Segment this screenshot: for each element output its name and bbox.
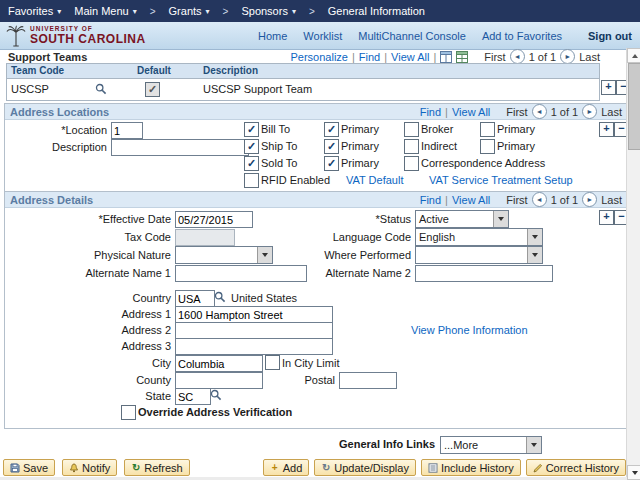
save-button[interactable]: Save xyxy=(3,459,55,476)
home-link[interactable]: Home xyxy=(258,30,287,42)
next-row-icon[interactable]: ► xyxy=(560,49,575,64)
add-button[interactable]: + Add xyxy=(263,459,310,476)
add-to-favorites-link[interactable]: Add to Favorites xyxy=(482,30,562,42)
ship-to-checkbox[interactable] xyxy=(244,139,259,154)
breadcrumb-general-information[interactable]: General Information xyxy=(328,5,425,17)
city-input[interactable] xyxy=(175,355,263,372)
general-info-links-value: ...More xyxy=(441,439,526,451)
description-input[interactable] xyxy=(111,139,249,156)
personalize-link[interactable]: Personalize xyxy=(290,51,347,63)
multichannel-console-link[interactable]: MultiChannel Console xyxy=(358,30,466,42)
county-input[interactable] xyxy=(175,372,263,389)
vat-default-link[interactable]: VAT Default xyxy=(346,174,403,186)
favorites-menu[interactable]: Favorites ▾ xyxy=(8,5,61,17)
next-row-icon[interactable]: ► xyxy=(582,192,597,207)
sold-primary-label: Primary xyxy=(341,157,379,169)
alternate-name1-input[interactable] xyxy=(175,265,307,282)
sign-out-link[interactable]: Sign out xyxy=(588,30,632,42)
address1-input[interactable] xyxy=(175,306,333,323)
view-all-link[interactable]: View All xyxy=(391,51,429,63)
state-input[interactable] xyxy=(175,388,211,405)
correspondence-address-checkbox[interactable] xyxy=(404,156,419,171)
broker-checkbox[interactable] xyxy=(404,122,419,137)
status-select[interactable]: Active xyxy=(415,210,509,228)
broker-primary-checkbox[interactable] xyxy=(480,122,495,137)
notify-button[interactable]: Notify xyxy=(62,459,117,476)
previous-row-icon[interactable]: ◄ xyxy=(532,192,547,207)
address3-input[interactable] xyxy=(175,338,333,355)
vat-service-treatment-setup-link[interactable]: VAT Service Treatment Setup xyxy=(429,174,573,186)
tax-code-label: Tax Code xyxy=(21,231,171,243)
description-label: Description xyxy=(21,141,107,153)
override-address-verification-checkbox[interactable] xyxy=(121,405,136,420)
breadcrumb-grants[interactable]: Grants ▾ xyxy=(169,5,210,17)
scroll-down-icon[interactable] xyxy=(627,465,640,480)
previous-row-icon[interactable]: ◄ xyxy=(510,49,525,64)
breadcrumb-sponsors[interactable]: Sponsors ▾ xyxy=(241,5,296,17)
indirect-checkbox[interactable] xyxy=(404,139,419,154)
alternate-name2-input[interactable] xyxy=(415,265,553,282)
top-navigation-bar: Favorites ▾ Main Menu ▾ > Grants ▾ > Spo… xyxy=(0,0,640,22)
view-all-link[interactable]: View All xyxy=(452,194,490,206)
status-value: Active xyxy=(416,213,493,225)
team-code-lookup-icon[interactable] xyxy=(95,83,107,95)
download-to-excel-icon[interactable] xyxy=(456,51,468,63)
country-lookup-icon[interactable] xyxy=(214,291,226,303)
include-history-button[interactable]: Include History xyxy=(421,459,521,476)
caret-down-icon: ▾ xyxy=(57,7,61,16)
footer-left-buttons: Save Notify ↻ Refresh xyxy=(3,459,190,476)
address-locations-section: Address Locations Find | View All First … xyxy=(4,103,628,192)
logo-text: UNIVERSITY OF SOUTH CAROLINA xyxy=(30,26,146,45)
scrollbar-thumb[interactable] xyxy=(628,63,640,150)
add-row-button[interactable]: + xyxy=(599,210,614,225)
breadcrumb-grants-label: Grants xyxy=(169,5,202,17)
find-link[interactable]: Find xyxy=(359,51,380,63)
sold-primary-checkbox[interactable] xyxy=(324,156,339,171)
country-input[interactable] xyxy=(175,290,215,307)
add-row-button[interactable]: + xyxy=(599,122,614,137)
status-label: *Status xyxy=(315,213,411,225)
indirect-primary-checkbox[interactable] xyxy=(480,139,495,154)
vertical-scrollbar[interactable] xyxy=(626,48,640,480)
bill-to-checkbox[interactable] xyxy=(244,122,259,137)
zoom-grid-icon[interactable] xyxy=(440,51,452,63)
ship-primary-checkbox[interactable] xyxy=(324,139,339,154)
add-plus-icon: + xyxy=(270,463,280,473)
tax-code-input xyxy=(175,229,235,246)
view-all-link[interactable]: View All xyxy=(452,106,490,118)
scroll-up-icon[interactable] xyxy=(627,48,640,63)
address2-input[interactable] xyxy=(175,322,333,339)
find-link[interactable]: Find xyxy=(420,106,441,118)
address-locations-title: Address Locations xyxy=(10,106,109,118)
correct-history-pencil-icon xyxy=(533,463,543,473)
sold-to-label: Sold To xyxy=(261,157,298,169)
add-row-button[interactable]: + xyxy=(601,80,616,95)
support-teams-grid-header: Team Code Default Description xyxy=(7,64,599,79)
worklist-link[interactable]: Worklist xyxy=(303,30,342,42)
view-phone-information-link[interactable]: View Phone Information xyxy=(411,324,528,336)
location-input[interactable] xyxy=(111,122,143,139)
where-performed-select[interactable] xyxy=(415,246,543,264)
refresh-button[interactable]: ↻ Refresh xyxy=(124,459,190,476)
update-display-button[interactable]: ↻ Update/Display xyxy=(314,459,416,476)
support-teams-toolbar: Personalize | Find | View All | First ◄ … xyxy=(290,49,600,64)
find-link[interactable]: Find xyxy=(420,194,441,206)
update-display-button-label: Update/Display xyxy=(334,462,409,474)
language-code-select[interactable]: English xyxy=(415,228,543,246)
rfid-enabled-checkbox[interactable] xyxy=(244,173,259,188)
general-info-links-select[interactable]: ...More xyxy=(440,436,542,454)
in-city-limit-checkbox[interactable] xyxy=(265,355,280,370)
next-row-icon[interactable]: ► xyxy=(582,104,597,119)
previous-row-icon[interactable]: ◄ xyxy=(532,104,547,119)
postal-input[interactable] xyxy=(339,372,397,389)
add-button-label: Add xyxy=(283,462,303,474)
table-row: USCSP USCSP Support Team xyxy=(7,79,599,100)
sold-to-checkbox[interactable] xyxy=(244,156,259,171)
main-menu[interactable]: Main Menu ▾ xyxy=(74,5,136,17)
bill-primary-checkbox[interactable] xyxy=(324,122,339,137)
physical-nature-select[interactable] xyxy=(175,246,273,264)
effective-date-input[interactable] xyxy=(175,211,253,228)
include-history-button-label: Include History xyxy=(441,462,514,474)
correct-history-button[interactable]: Correct History xyxy=(526,459,626,476)
state-lookup-icon[interactable] xyxy=(210,389,222,401)
